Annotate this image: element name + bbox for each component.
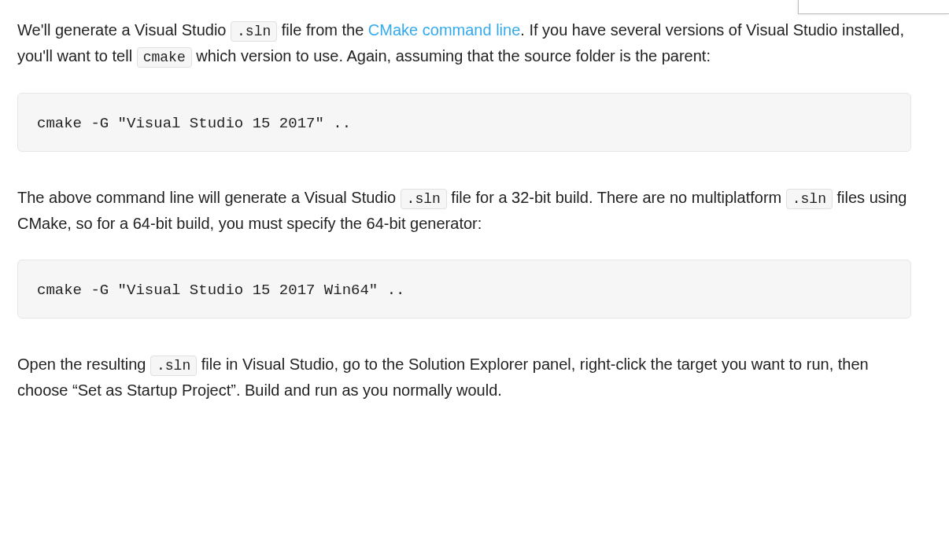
- code: cmake -G "Visual Studio 15 2017" ..: [37, 115, 351, 132]
- inline-code-sln: .sln: [150, 356, 197, 376]
- inline-code-cmake: cmake: [137, 47, 192, 68]
- paragraph-1: We'll generate a Visual Studio .sln file…: [17, 17, 911, 69]
- text: file from the: [277, 21, 368, 39]
- text: file for a 32-bit build. There are no mu…: [447, 189, 786, 206]
- paragraph-2: The above command line will generate a V…: [17, 185, 911, 236]
- text: We'll generate a Visual Studio: [17, 21, 231, 39]
- link-cmake-command-line[interactable]: CMake command line: [368, 21, 520, 39]
- code-block-generator-32: cmake -G "Visual Studio 15 2017" ..: [17, 93, 911, 152]
- corner-panel: [798, 0, 949, 14]
- text: Open the resulting: [17, 356, 150, 373]
- code: cmake -G "Visual Studio 15 2017 Win64" .…: [37, 282, 404, 299]
- inline-code-sln: .sln: [231, 21, 277, 42]
- paragraph-3: Open the resulting .sln file in Visual S…: [17, 352, 911, 403]
- inline-code-sln: .sln: [786, 189, 833, 209]
- code-block-generator-64: cmake -G "Visual Studio 15 2017 Win64" .…: [17, 260, 911, 319]
- text: The above command line will generate a V…: [17, 189, 401, 206]
- article-body: We'll generate a Visual Studio .sln file…: [0, 0, 929, 403]
- text: which version to use. Again, assuming th…: [192, 47, 711, 64]
- inline-code-sln: .sln: [401, 189, 447, 209]
